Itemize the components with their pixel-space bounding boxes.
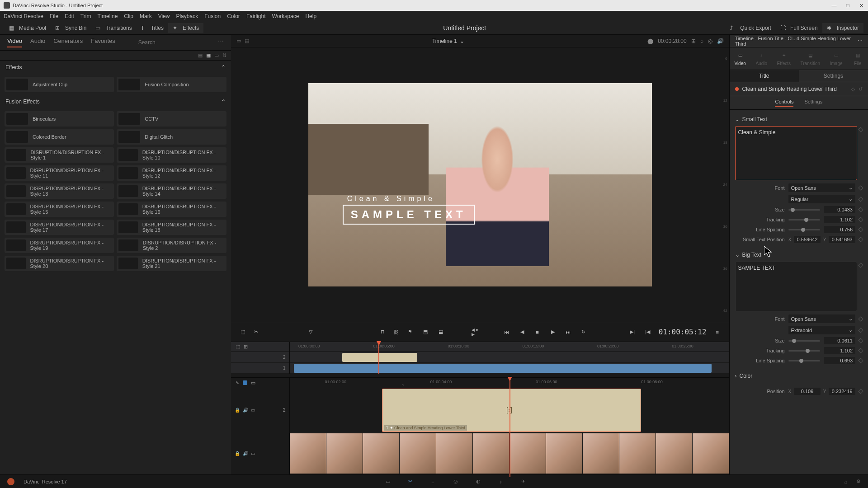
- menu-file[interactable]: File: [50, 13, 58, 19]
- zoom-icon[interactable]: ⌕: [700, 38, 703, 44]
- keyframe-diamond[interactable]: [858, 348, 863, 353]
- speaker-icon[interactable]: 🔊: [243, 408, 248, 413]
- settings-tab[interactable]: Settings: [804, 99, 822, 107]
- fusion-effect-item[interactable]: DISRUPTION/DISRUPTION FX - Style 16: [117, 202, 226, 217]
- film-icon[interactable]: ▭: [251, 408, 255, 413]
- line-spacing-slider[interactable]: [788, 229, 820, 230]
- sync-bin-button[interactable]: ⊞ Sync Bin: [51, 23, 91, 33]
- speaker-icon[interactable]: 🔊: [243, 451, 248, 456]
- tracking-slider[interactable]: [788, 219, 820, 221]
- go-start-button[interactable]: ⏮: [502, 328, 511, 337]
- detail-track-header-v2[interactable]: 🔒 🔊 ▭ 2: [231, 388, 289, 433]
- pos-y-value[interactable]: 0.541693: [829, 236, 855, 243]
- menu-trim[interactable]: Trim: [80, 13, 91, 19]
- keyframe-diamond[interactable]: [858, 328, 863, 333]
- subtab-settings[interactable]: Settings: [799, 70, 868, 82]
- big-size-value[interactable]: 0.0611: [824, 337, 855, 344]
- inspector-tab-audio[interactable]: ♪Audio: [755, 51, 767, 66]
- size-slider[interactable]: [788, 209, 820, 211]
- fusion-effect-item[interactable]: DISRUPTION/DISRUPTION FX - Style 19: [5, 238, 114, 253]
- tab-favorites[interactable]: Favorites: [91, 38, 115, 47]
- big-tracking-slider[interactable]: [788, 350, 820, 352]
- menu-timeline[interactable]: Timeline: [97, 13, 118, 19]
- safe-area-icon[interactable]: ◎: [708, 38, 712, 44]
- menu-help[interactable]: Help: [305, 13, 316, 19]
- timeline-tool-icon[interactable]: ⬚: [236, 344, 240, 350]
- subtab-title[interactable]: Title: [730, 70, 799, 82]
- menu-workspace[interactable]: Workspace: [272, 13, 299, 19]
- reset-icon[interactable]: ↺: [859, 86, 863, 92]
- link-icon[interactable]: ⛓: [392, 328, 401, 337]
- menu-fairlight[interactable]: Fairlight: [246, 13, 266, 19]
- play-button[interactable]: ▶: [548, 328, 557, 337]
- media-pool-button[interactable]: ▦ Media Pool: [5, 23, 51, 33]
- effects-section-header[interactable]: Effects ⌃: [0, 61, 231, 74]
- global-pos-x[interactable]: 0.109: [794, 388, 821, 395]
- keyframe-diamond[interactable]: [858, 217, 863, 222]
- fusion-effect-item[interactable]: CCTV: [117, 111, 226, 127]
- maximize-button[interactable]: □: [844, 2, 851, 9]
- playhead[interactable]: [378, 342, 379, 374]
- page-deliver[interactable]: ✈: [519, 477, 528, 487]
- viewer-area[interactable]: Clean & Simple SAMPLE TEXT -6-12-18-24-3…: [231, 47, 729, 322]
- detail-track-header-v1[interactable]: 🔒 🔊 ▭: [231, 433, 289, 474]
- expand-icon[interactable]: ⋯: [858, 38, 863, 44]
- big-text-section-header[interactable]: ⌄ Big Text: [735, 250, 863, 260]
- audio-icon[interactable]: 🔊: [717, 38, 724, 44]
- inspector-tab-transition[interactable]: ⬓Transition: [801, 51, 821, 66]
- transitions-button[interactable]: ▭ Transitions: [91, 23, 136, 33]
- viewer-mode-icon[interactable]: ▭: [236, 38, 241, 44]
- fusion-effect-item[interactable]: DISRUPTION/DISRUPTION FX - Style 2: [117, 238, 226, 253]
- inspector-tab-video[interactable]: ▭Video: [734, 51, 745, 66]
- stop-button[interactable]: ■: [533, 328, 542, 337]
- big-line-spacing-value[interactable]: 0.693: [824, 357, 855, 364]
- fusion-effect-item[interactable]: Digital Glitch: [117, 129, 226, 145]
- track-header-1[interactable]: 1: [231, 363, 289, 374]
- snap-icon[interactable]: ⊓: [378, 328, 387, 337]
- menu-view[interactable]: View: [158, 13, 170, 19]
- prev-clip-icon[interactable]: ◀ ● ▶: [472, 328, 481, 337]
- menu-edit[interactable]: Edit: [65, 13, 74, 19]
- fusion-effect-item[interactable]: DISRUPTION/DISRUPTION FX - Style 13: [5, 183, 114, 199]
- line-spacing-value[interactable]: 0.756: [824, 226, 855, 233]
- effect-adjustment-clip[interactable]: Adjustment Clip: [5, 77, 114, 92]
- timecode-display[interactable]: 01:00:05:12: [659, 328, 707, 336]
- lock-icon[interactable]: 🔒: [235, 408, 240, 413]
- next-edit-button[interactable]: ▶|: [628, 328, 637, 337]
- inspector-tab-file[interactable]: ▤File: [852, 51, 863, 66]
- search-options-icon[interactable]: ⋯: [218, 38, 224, 47]
- enabled-indicator[interactable]: [735, 87, 739, 91]
- font-select[interactable]: Open Sans⌄: [788, 183, 855, 192]
- keyframe-diamond[interactable]: [858, 185, 863, 190]
- page-color[interactable]: ◐: [473, 477, 483, 487]
- sort-icon[interactable]: ⇅: [222, 52, 226, 58]
- size-value[interactable]: 0.0433: [824, 206, 855, 213]
- detail-playhead[interactable]: [509, 378, 510, 477]
- fusion-effect-item[interactable]: DISRUPTION/DISRUPTION FX - Style 20: [5, 256, 114, 271]
- keyframe-diamond[interactable]: [858, 127, 863, 132]
- menu-fusion[interactable]: Fusion: [204, 13, 221, 19]
- tab-video[interactable]: Video: [7, 38, 22, 47]
- timeline-name[interactable]: Timeline 1: [432, 38, 457, 44]
- page-fairlight[interactable]: ♪: [496, 477, 506, 487]
- keyframe-diamond[interactable]: [858, 358, 863, 363]
- page-edit[interactable]: ≡: [428, 477, 438, 487]
- menu-mark[interactable]: Mark: [140, 13, 152, 19]
- loop-button[interactable]: ↻: [579, 328, 588, 337]
- edit-index-icon[interactable]: ✎: [236, 380, 239, 385]
- keyframe-icon[interactable]: ◇: [851, 86, 855, 92]
- big-tracking-value[interactable]: 1.102: [824, 347, 855, 354]
- minimize-button[interactable]: —: [831, 2, 837, 9]
- view-grid-icon[interactable]: ▦: [206, 52, 211, 58]
- close-button[interactable]: ✕: [858, 2, 864, 9]
- big-text-input[interactable]: SAMPLE TEXT: [735, 262, 857, 311]
- chevron-down-icon[interactable]: ⌄: [460, 38, 464, 44]
- keyframe-diamond[interactable]: [858, 197, 863, 202]
- quick-export-button[interactable]: ⤴ Quick Export: [726, 23, 776, 33]
- tool-blade-icon[interactable]: ✂: [252, 328, 261, 337]
- page-fusion[interactable]: ◎: [451, 477, 461, 487]
- keyframe-diamond[interactable]: [858, 316, 863, 321]
- keyframe-diamond[interactable]: [858, 237, 863, 242]
- fusion-effect-item[interactable]: DISRUPTION/DISRUPTION FX - Style 14: [117, 183, 226, 199]
- keyframe-diamond[interactable]: [858, 263, 863, 267]
